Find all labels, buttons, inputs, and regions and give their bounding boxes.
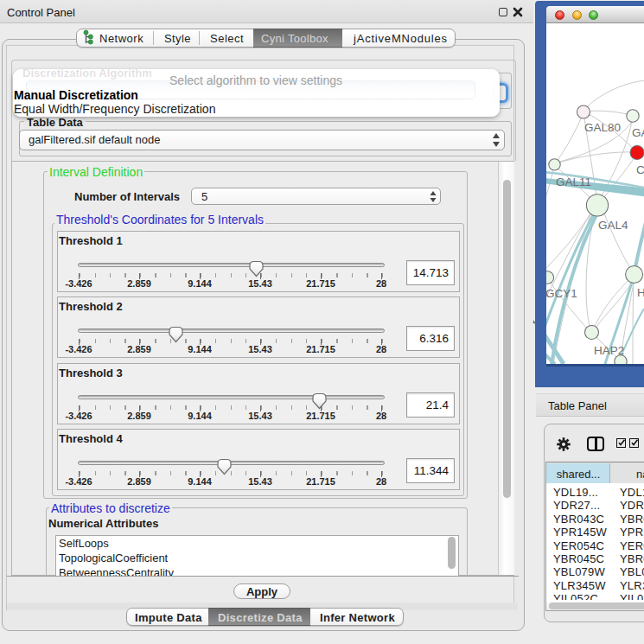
svg-text:GAL80: GAL80 (584, 121, 621, 134)
svg-text:GAL11: GAL11 (556, 175, 591, 188)
svg-text:HAP2: HAP2 (594, 344, 624, 357)
svg-text:GCY1: GCY1 (546, 287, 577, 300)
svg-text:GAL4: GAL4 (598, 219, 628, 232)
svg-text:CD: CD (636, 163, 644, 176)
svg-text:H: H (637, 286, 644, 299)
svg-text:GA: GA (632, 126, 644, 139)
